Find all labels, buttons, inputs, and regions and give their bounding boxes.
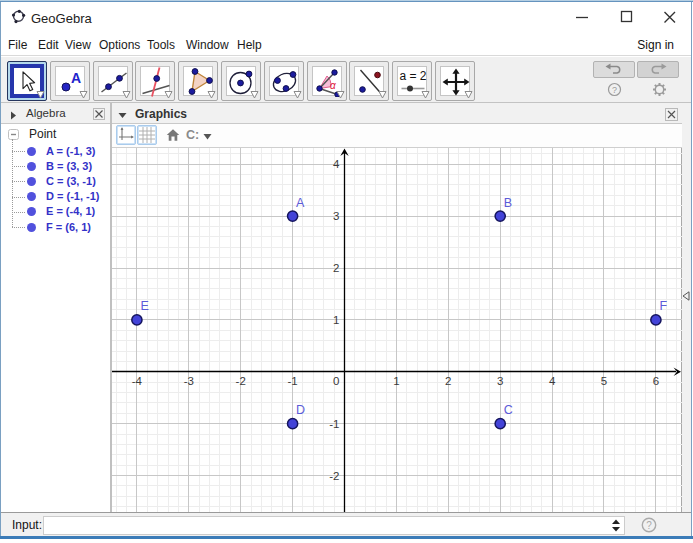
svg-text:1: 1 [393, 375, 399, 387]
svg-text:0: 0 [333, 375, 339, 387]
svg-text:α: α [330, 80, 336, 91]
svg-text:a = 2: a = 2 [400, 69, 427, 83]
svg-text:D: D [296, 403, 305, 417]
svg-text:-2: -2 [236, 375, 246, 387]
svg-text:-1: -1 [287, 375, 297, 387]
svg-text:?: ? [612, 85, 617, 95]
svg-text:6: 6 [653, 375, 659, 387]
svg-text:4: 4 [549, 375, 556, 387]
svg-text:B: B [504, 196, 512, 210]
svg-text:3: 3 [497, 375, 503, 387]
svg-text:2: 2 [445, 375, 451, 387]
svg-text:1: 1 [333, 314, 339, 326]
svg-text:-4: -4 [132, 375, 143, 387]
svg-text:C: C [504, 403, 513, 417]
svg-text:A: A [71, 70, 81, 86]
svg-text:4: 4 [333, 158, 340, 170]
svg-text:F: F [659, 299, 667, 313]
svg-text:-1: -1 [329, 418, 339, 430]
svg-text:5: 5 [601, 375, 607, 387]
svg-text:-3: -3 [184, 375, 194, 387]
svg-text:?: ? [646, 520, 652, 531]
svg-text:E: E [140, 299, 148, 313]
svg-text:3: 3 [333, 210, 339, 222]
svg-text:2: 2 [333, 262, 339, 274]
svg-text:A: A [296, 196, 305, 210]
svg-text:-2: -2 [329, 470, 339, 482]
